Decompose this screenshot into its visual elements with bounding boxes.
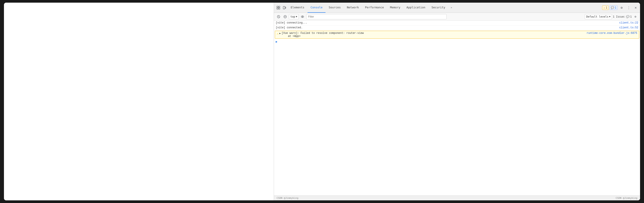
warning-triangle-icon: ⚠ xyxy=(604,6,605,9)
svg-point-10 xyxy=(301,16,304,18)
console-output: [vite] connecting... client.ts:22 [vite]… xyxy=(274,21,640,195)
browser-window: Elements Console Sources Network Perform… xyxy=(4,3,640,200)
console-settings-icon[interactable]: ⚙ xyxy=(632,14,638,20)
console-line-2: [vite] connected. client.ts:52 xyxy=(274,26,640,30)
svg-rect-1 xyxy=(278,6,280,8)
console-link-1[interactable]: client.ts:22 xyxy=(620,21,638,24)
default-levels-label: Default levels xyxy=(586,15,608,18)
console-text-1: [vite] connecting... xyxy=(276,21,620,24)
svg-rect-0 xyxy=(277,6,278,8)
tab-elements[interactable]: Elements xyxy=(288,3,308,13)
filter-input[interactable] xyxy=(306,14,446,19)
prompt-arrow-icon: ▶ xyxy=(276,40,278,44)
console-link-3[interactable]: runtime-core.esm-bundler.js:6875 xyxy=(587,32,637,35)
console-line-3: ⚠ ▶ [Vue warn]: Failed to resolve compon… xyxy=(275,31,639,39)
console-warn-text-3: ⚠ ▶ [Vue warn]: Failed to resolve compon… xyxy=(277,32,587,38)
svg-line-7 xyxy=(278,16,279,17)
warn-msg-block: [Vue warn]: Failed to resolve component:… xyxy=(282,32,364,38)
devtools-tab-right: ⚠ 1 💬 1 ⚙ ⋮ ✕ xyxy=(602,5,639,11)
svg-point-11 xyxy=(302,16,303,17)
device-toolbar-icon[interactable] xyxy=(282,5,288,11)
clear-console-icon[interactable] xyxy=(276,14,282,20)
context-selector[interactable]: top ▼ xyxy=(289,14,299,19)
console-text-2: [vite] connected. xyxy=(276,26,620,29)
footer-left: CSDN @Jimmyking xyxy=(276,197,298,199)
issue-toolbar-chat-icon: 💬 xyxy=(626,15,630,18)
close-devtools-icon[interactable]: ✕ xyxy=(632,5,639,11)
issue-toolbar-label: 1 Issue: xyxy=(613,15,626,18)
chat-icon: 💬 xyxy=(611,6,614,9)
tab-console[interactable]: Console xyxy=(308,3,326,13)
inspect-icon[interactable] xyxy=(275,5,282,11)
more-tabs-icon[interactable]: » xyxy=(448,5,454,11)
tab-memory[interactable]: Memory xyxy=(387,3,404,13)
devtools-footer: CSDN @Jimmyking CSDN @Jimmyking xyxy=(274,195,640,200)
console-line-1: [vite] connecting... client.ts:22 xyxy=(274,21,640,26)
console-link-2[interactable]: client.ts:52 xyxy=(620,26,638,29)
console-prompt: ▶ xyxy=(274,39,640,44)
chat-count: 1 xyxy=(615,6,616,9)
console-msg-2: [vite] connected. xyxy=(276,26,302,29)
svg-rect-4 xyxy=(283,6,285,9)
tab-security[interactable]: Security xyxy=(428,3,448,13)
eye-icon[interactable] xyxy=(300,14,305,20)
console-msg-3: [Vue warn]: Failed to resolve component:… xyxy=(282,32,364,35)
page-area xyxy=(4,3,274,200)
context-label: top xyxy=(290,15,295,18)
main-content: Elements Console Sources Network Perform… xyxy=(4,3,640,200)
devtools-panel: Elements Console Sources Network Perform… xyxy=(274,3,640,200)
tab-network[interactable]: Network xyxy=(344,3,362,13)
issue-toolbar-count: 1 xyxy=(630,15,632,18)
console-msg-3b: at <App> xyxy=(282,35,364,38)
context-dropdown-icon: ▼ xyxy=(296,15,297,18)
svg-rect-3 xyxy=(278,8,280,9)
settings-icon[interactable]: ⚙ xyxy=(618,5,625,11)
svg-rect-5 xyxy=(285,7,286,8)
warning-count: 1 xyxy=(606,6,607,9)
block-icon[interactable] xyxy=(282,14,288,20)
issue-toolbar-badge[interactable]: 1 Issue: 💬 1 xyxy=(613,15,632,18)
tab-sources[interactable]: Sources xyxy=(326,3,344,13)
warn-icon: ⚠ xyxy=(277,32,278,35)
default-levels-button[interactable]: Default levels ▼ xyxy=(585,14,612,19)
svg-rect-2 xyxy=(277,8,278,9)
footer-right: CSDN @Jimmyking xyxy=(616,197,638,199)
warning-count-badge[interactable]: ⚠ 1 xyxy=(602,6,608,10)
tab-performance[interactable]: Performance xyxy=(362,3,387,13)
devtools-tab-bar: Elements Console Sources Network Perform… xyxy=(274,3,640,13)
console-msg-1: [vite] connecting... xyxy=(276,21,307,24)
console-toolbar: top ▼ Default levels ▼ 1 Issue: xyxy=(274,13,640,21)
tab-application[interactable]: Application xyxy=(404,3,428,13)
default-levels-dropdown-icon: ▼ xyxy=(609,15,610,18)
expand-icon[interactable]: ▶ xyxy=(280,32,281,35)
issue-count-badge[interactable]: 💬 1 xyxy=(610,6,618,10)
more-options-icon[interactable]: ⋮ xyxy=(626,5,632,11)
